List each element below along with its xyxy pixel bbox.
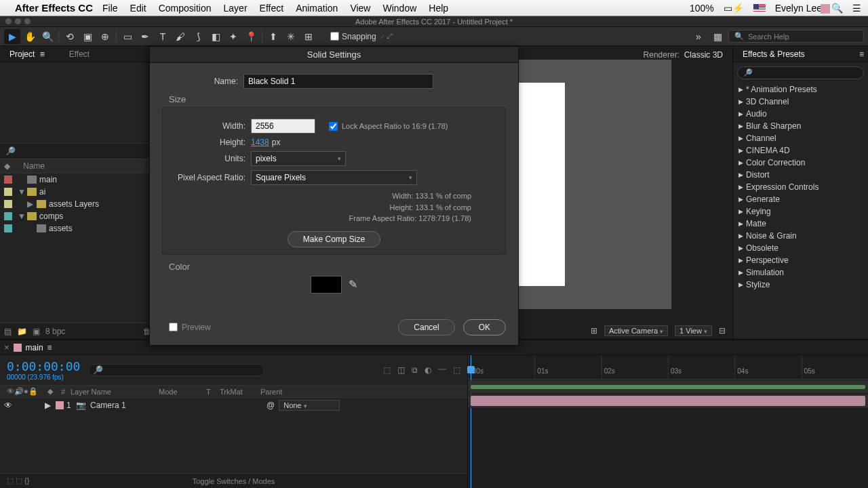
chevrons-icon[interactable]: » bbox=[690, 29, 707, 44]
clone-tool-icon[interactable]: ⟆ bbox=[190, 29, 206, 44]
viewer-options-icon[interactable]: ⊟ bbox=[719, 326, 726, 336]
menu-composition[interactable]: Composition bbox=[159, 3, 212, 14]
graph-editor-icon[interactable]: 〰 bbox=[438, 365, 446, 375]
item-color-swatch[interactable] bbox=[4, 176, 12, 184]
menu-animation[interactable]: Animation bbox=[296, 3, 338, 14]
tab-effects-presets[interactable]: Effects & Presets bbox=[737, 49, 810, 59]
project-item[interactable]: ▼ ai bbox=[0, 186, 155, 198]
parent-dropdown[interactable]: None ▾ bbox=[279, 400, 340, 411]
current-timecode[interactable]: 0:00:00:00 bbox=[7, 359, 80, 373]
pen-tool-icon[interactable]: ✒ bbox=[137, 29, 153, 44]
world-axis-icon[interactable]: ✳ bbox=[283, 29, 299, 44]
roto-tool-icon[interactable]: ✦ bbox=[225, 29, 241, 44]
col-name[interactable]: Name bbox=[23, 161, 151, 171]
make-comp-size-button[interactable]: Make Comp Size bbox=[288, 231, 380, 247]
work-area-bar[interactable] bbox=[468, 380, 868, 394]
app-name[interactable]: After Effects CC bbox=[15, 2, 93, 14]
type-tool-icon[interactable]: T bbox=[155, 29, 171, 44]
spotlight-icon[interactable]: 🔍 bbox=[831, 3, 843, 14]
snapping-toggle[interactable]: Snapping ⟋ ⤢ bbox=[330, 32, 393, 41]
layer-row-camera[interactable]: 👁 ▶ 1 📷 Camera 1 @ None ▾ bbox=[0, 398, 467, 413]
brain-icon[interactable]: ⬚ bbox=[453, 365, 460, 375]
puppet-tool-icon[interactable]: 📍 bbox=[243, 29, 259, 44]
time-tick[interactable]: 05s bbox=[802, 355, 868, 379]
effects-category[interactable]: ▶Stylize bbox=[733, 279, 868, 291]
menu-effect[interactable]: Effect bbox=[260, 3, 284, 14]
selection-tool-icon[interactable]: ▶ bbox=[4, 29, 20, 44]
height-value[interactable]: 1438 bbox=[251, 138, 269, 147]
timeline-comp-name[interactable]: main bbox=[26, 343, 43, 352]
project-item[interactable]: assets bbox=[0, 222, 155, 235]
visibility-toggle-icon[interactable]: 👁 bbox=[4, 401, 12, 410]
effects-category[interactable]: ▶* Animation Presets bbox=[733, 83, 868, 96]
menu-list-icon[interactable]: ☰ bbox=[852, 3, 861, 14]
effects-category[interactable]: ▶Perspective bbox=[733, 254, 868, 266]
view-axis-icon[interactable]: ⊞ bbox=[300, 29, 317, 44]
draft3d-icon[interactable]: ◫ bbox=[397, 365, 405, 375]
timeline-tab-menu-icon[interactable]: ≡ bbox=[47, 343, 52, 352]
eraser-tool-icon[interactable]: ◧ bbox=[208, 29, 224, 44]
ok-button[interactable]: OK bbox=[463, 319, 506, 336]
new-folder-icon[interactable]: 📁 bbox=[17, 327, 27, 336]
effects-category[interactable]: ▶Matte bbox=[733, 218, 868, 230]
project-item[interactable]: ▶ assets Layers bbox=[0, 198, 155, 210]
effects-category[interactable]: ▶Blur & Sharpen bbox=[733, 120, 868, 132]
tab-effect-controls[interactable]: Effect bbox=[64, 49, 95, 59]
timeline-search[interactable]: 🔎 bbox=[88, 364, 264, 376]
flag-us-icon[interactable] bbox=[753, 4, 766, 12]
effects-category[interactable]: ▶Keying bbox=[733, 205, 868, 218]
time-tick[interactable]: 04s bbox=[734, 355, 801, 379]
user-name[interactable]: Evelyn Lee bbox=[775, 3, 822, 14]
panel-menu-icon[interactable]: ≡ bbox=[859, 49, 864, 59]
effects-category[interactable]: ▶Obsolete bbox=[733, 242, 868, 254]
frame-blend-icon[interactable]: ⧉ bbox=[412, 365, 418, 375]
units-dropdown[interactable]: pixels▾ bbox=[251, 151, 346, 166]
menu-layer[interactable]: Layer bbox=[224, 3, 248, 14]
width-input[interactable] bbox=[251, 119, 315, 134]
menu-file[interactable]: File bbox=[102, 3, 118, 14]
search-help-input[interactable]: 🔍 Search Help bbox=[728, 30, 864, 43]
lock-aspect-checkbox[interactable]: Lock Aspect Ratio to 16:9 (1.78) bbox=[329, 122, 448, 131]
project-item[interactable]: ▼ comps bbox=[0, 210, 155, 222]
layer-color-swatch[interactable] bbox=[56, 401, 64, 409]
effects-category[interactable]: ▶Noise & Grain bbox=[733, 230, 868, 242]
zoom-tool-icon[interactable]: 🔍 bbox=[39, 29, 56, 44]
effects-category[interactable]: ▶Audio bbox=[733, 108, 868, 120]
timeline-footer-icons[interactable]: ⬚ ⬚ {} bbox=[7, 476, 29, 485]
motion-blur-icon[interactable]: ◐ bbox=[425, 365, 431, 375]
time-tick[interactable]: 02s bbox=[601, 355, 668, 379]
renderer-value[interactable]: Classic 3D bbox=[684, 50, 723, 60]
eyedropper-icon[interactable]: ✎ bbox=[349, 278, 357, 291]
project-item[interactable]: main bbox=[0, 174, 155, 186]
disclosure-arrow-icon[interactable]: ▼ bbox=[18, 211, 24, 221]
menu-help[interactable]: Help bbox=[429, 3, 448, 14]
camera-tool-icon[interactable]: ▣ bbox=[79, 29, 96, 44]
bpc-toggle[interactable]: 8 bpc bbox=[45, 327, 65, 336]
disclosure-arrow-icon[interactable]: ▶ bbox=[27, 199, 34, 209]
effects-category[interactable]: ▶3D Channel bbox=[733, 96, 868, 108]
effects-category[interactable]: ▶Generate bbox=[733, 193, 868, 205]
layer-name[interactable]: Camera 1 bbox=[90, 401, 165, 410]
item-color-swatch[interactable] bbox=[4, 200, 12, 208]
effects-category[interactable]: ▶Expression Controls bbox=[733, 181, 868, 193]
item-color-swatch[interactable] bbox=[4, 212, 12, 220]
effects-category[interactable]: ▶Channel bbox=[733, 132, 868, 144]
effects-category[interactable]: ▶CINEMA 4D bbox=[733, 144, 868, 157]
shy-icon[interactable]: ⬚ bbox=[383, 365, 391, 375]
time-tick[interactable]: 01s bbox=[534, 355, 601, 379]
workspace-icon[interactable]: ▦ bbox=[709, 29, 726, 44]
orbit-tool-icon[interactable]: ⟲ bbox=[62, 29, 78, 44]
menu-edit[interactable]: Edit bbox=[130, 3, 146, 14]
effects-search[interactable]: 🔎 bbox=[737, 66, 864, 79]
effects-category[interactable]: ▶Distort bbox=[733, 169, 868, 181]
new-comp-icon[interactable]: ▣ bbox=[33, 327, 40, 336]
effects-category[interactable]: ▶Simulation bbox=[733, 266, 868, 279]
view-dropdown[interactable]: 1 View ▾ bbox=[675, 325, 712, 336]
interpret-footage-icon[interactable]: ▤ bbox=[4, 327, 12, 336]
par-dropdown[interactable]: Square Pixels▾ bbox=[251, 170, 417, 185]
grid-icon[interactable]: ⊞ bbox=[591, 326, 597, 336]
item-color-swatch[interactable] bbox=[4, 224, 12, 232]
active-camera-dropdown[interactable]: Active Camera ▾ bbox=[604, 325, 668, 336]
cancel-button[interactable]: Cancel bbox=[398, 319, 454, 336]
traffic-lights[interactable] bbox=[5, 18, 31, 24]
